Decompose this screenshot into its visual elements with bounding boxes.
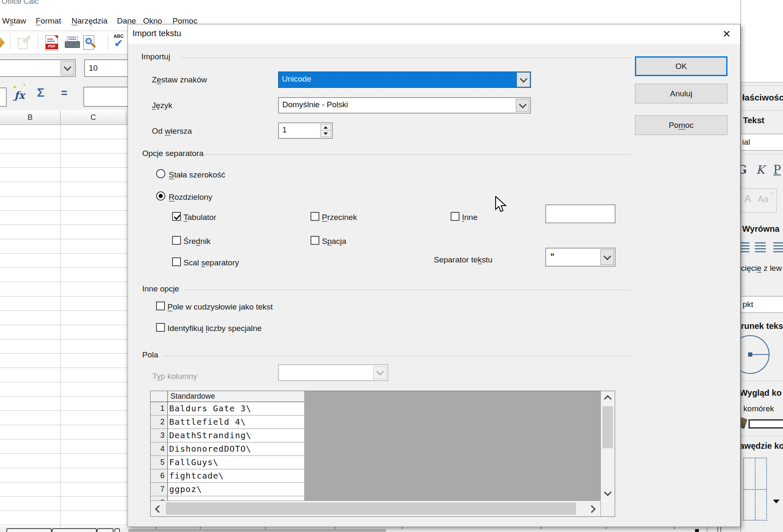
from-row-spinbox[interactable]: 1	[278, 122, 333, 139]
function-wizard-icon[interactable]: ƒx ✦ ✦	[14, 87, 31, 103]
preview-column-header[interactable]: Standardowe	[168, 391, 304, 402]
align-center-icon[interactable]	[755, 242, 766, 252]
fixed-width-radio[interactable]	[156, 169, 165, 178]
font-name-dropdown-button[interactable]	[61, 61, 74, 75]
sheet-tab[interactable]	[52, 528, 97, 532]
space-checkbox[interactable]	[311, 236, 319, 245]
quoted-field-as-text-label: Pole w cudzysłowie jako tekst	[167, 302, 273, 312]
text-separator-combobox[interactable]: "	[545, 248, 616, 267]
spin-up-icon	[324, 126, 328, 129]
quoted-field-as-text-checkbox[interactable]	[156, 302, 165, 310]
column-header-c[interactable]: C	[61, 111, 126, 124]
merge-delimiters-checkbox[interactable]	[172, 257, 181, 266]
table-row[interactable]: 7 ggpoz\	[151, 483, 304, 496]
chevron-down-icon	[376, 368, 384, 375]
name-box-fragment[interactable]	[0, 87, 7, 107]
help-button[interactable]: Pomoc	[635, 115, 727, 135]
scroll-down-button[interactable]	[601, 487, 615, 500]
font-name-combo[interactable]	[0, 59, 76, 77]
spellcheck-icon[interactable]: ABC ✔	[113, 34, 128, 52]
dialog-title-bar[interactable]: Import tekstu ✕	[128, 24, 740, 44]
group-other-options-label: Inne opcje	[142, 284, 179, 294]
dialog-title: Import tekstu	[133, 29, 181, 38]
charset-label: Zestaw znaków	[152, 75, 207, 85]
table-row[interactable]: 4 DishonoredDOTO\	[151, 442, 304, 456]
sidebar-indent-input[interactable]: pkt	[741, 296, 783, 313]
scroll-up-button[interactable]	[601, 391, 615, 405]
border-selector-widget[interactable]	[743, 458, 767, 521]
statusbar-separator	[717, 527, 718, 532]
other-separator-input[interactable]	[545, 204, 616, 223]
preview-hscrollbar[interactable]	[151, 500, 600, 516]
cancel-button[interactable]: Anuluj	[635, 84, 727, 103]
hscroll-thumb[interactable]	[166, 503, 576, 515]
language-dropdown-button[interactable]	[516, 99, 529, 112]
table-row[interactable]: 1 Baldurs Gate 3\	[151, 402, 304, 416]
table-row[interactable]: 6 fightcade\	[151, 469, 304, 483]
equals-icon[interactable]: =	[61, 87, 67, 100]
row-number: 6	[151, 469, 168, 482]
format-bar: 10	[0, 54, 130, 82]
sheet-tab[interactable]	[114, 528, 120, 532]
align-left-icon[interactable]	[741, 242, 749, 252]
charset-combobox[interactable]: Unicode	[278, 71, 531, 88]
scroll-left-button[interactable]	[151, 502, 165, 516]
semicolon-checkbox[interactable]	[172, 236, 181, 245]
language-combobox[interactable]: Domyślnie - Polski	[278, 97, 531, 114]
group-line	[184, 290, 631, 290]
tab-checkbox[interactable]	[172, 212, 181, 221]
tick	[402, 527, 403, 529]
scroll-right-button[interactable]	[586, 502, 600, 516]
gold-arrow-icon[interactable]	[0, 37, 5, 48]
font-size-input[interactable]: 10	[84, 59, 131, 77]
hscrollbar-fragment[interactable]	[128, 529, 386, 532]
italic-icon[interactable]: K	[756, 163, 764, 176]
sheet-tab[interactable]	[97, 528, 114, 532]
other-checkbox[interactable]	[451, 212, 459, 221]
group-line	[181, 58, 631, 58]
table-row[interactable]: 2 Battlefield 4\	[151, 416, 304, 429]
spin-down-icon	[324, 132, 328, 135]
comma-checkbox[interactable]	[311, 212, 319, 221]
sheet-tab[interactable]	[6, 528, 52, 532]
statusbar-separator	[707, 527, 707, 532]
preview-vscrollbar[interactable]	[600, 391, 615, 500]
spreadsheet-grid[interactable]	[0, 125, 130, 527]
charset-value: Unicode	[282, 74, 311, 84]
ok-button[interactable]: OK	[635, 56, 727, 76]
table-row[interactable]: 3 DeathStranding\	[151, 429, 304, 442]
close-button[interactable]: ✕	[715, 25, 738, 43]
spin-down-button[interactable]	[320, 130, 331, 137]
print-preview-icon[interactable]	[83, 35, 96, 50]
vscroll-thumb[interactable]	[603, 406, 613, 448]
column-type-dropdown-button	[373, 366, 387, 379]
spin-up-button[interactable]	[320, 124, 331, 131]
table-row[interactable]: 5 FallGuys\	[151, 456, 304, 469]
paint-bucket-icon[interactable]	[741, 417, 747, 429]
export-pdf-icon[interactable]: PDF	[45, 35, 58, 50]
language-label: Język	[152, 101, 173, 110]
print-icon[interactable]	[65, 36, 80, 50]
edit-document-icon[interactable]	[18, 36, 32, 50]
detect-special-numbers-checkbox[interactable]	[156, 323, 165, 332]
background-color-swatch[interactable]	[748, 419, 783, 429]
column-header-b[interactable]: B	[0, 111, 61, 124]
charset-dropdown-button[interactable]	[517, 72, 530, 87]
formula-input[interactable]	[83, 87, 131, 107]
menu-narzedzia[interactable]: Narzędzia	[72, 16, 108, 26]
bold-icon[interactable]: G	[741, 163, 747, 176]
text-separator-dropdown-button[interactable]	[600, 249, 614, 265]
text-direction-dial[interactable]	[741, 334, 783, 376]
sum-icon[interactable]: Σ	[37, 86, 44, 100]
underline-icon[interactable]: P	[773, 163, 781, 176]
menu-wstaw[interactable]: Wstaw	[2, 16, 26, 26]
divider	[741, 110, 783, 111]
menu-format[interactable]: Format	[36, 16, 61, 26]
character-highlight-icon[interactable]: Aa	[758, 194, 769, 204]
align-right-icon[interactable]	[773, 242, 783, 252]
bottom-strip	[0, 527, 783, 532]
border-dropdown-arrow-icon[interactable]	[773, 500, 780, 503]
sidebar-font-name-input[interactable]: ial	[741, 134, 783, 151]
grow-font-icon[interactable]: A	[744, 193, 751, 205]
delimited-radio[interactable]	[156, 191, 165, 201]
